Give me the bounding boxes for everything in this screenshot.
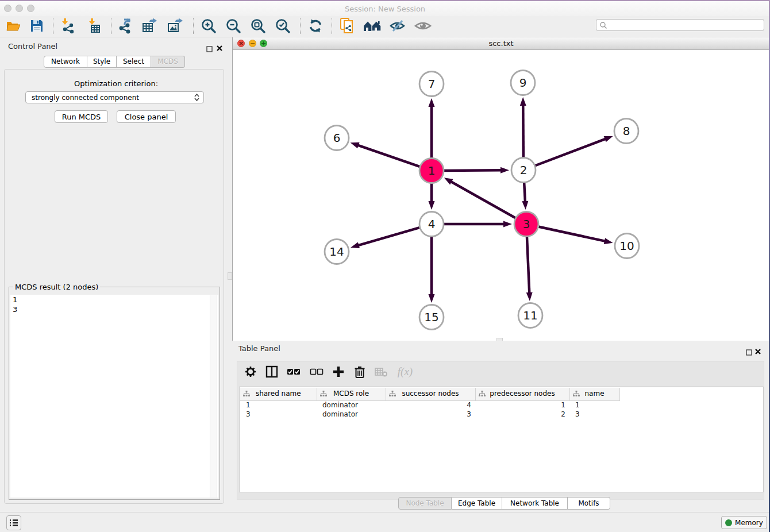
fx-label: f(x) [398,365,413,378]
table-settings-button[interactable] [242,363,259,380]
zoom-selected-button[interactable] [272,17,293,34]
import-table-button[interactable] [84,17,105,34]
save-session-button[interactable] [26,17,47,34]
edge-3-11[interactable] [527,235,530,294]
tab-network[interactable]: Network [44,56,87,68]
task-history-button[interactable] [6,515,21,530]
table-row[interactable]: 3dominator323 [240,410,619,419]
graph-node-10[interactable]: 10 [615,234,639,259]
graph-node-2[interactable]: 2 [511,158,536,183]
edge-1-2[interactable] [442,170,502,171]
zoom-out-button[interactable] [223,17,244,34]
graph-node-8[interactable]: 8 [614,119,638,144]
search-icon [599,21,607,29]
apply-layout-button[interactable] [305,17,326,34]
edge-arrowhead [429,201,435,210]
edge-1-6[interactable] [357,145,421,167]
column-header-successor-nodes[interactable]: successor nodes [386,388,475,400]
status-bar: Memory [0,512,770,532]
edge-2-9[interactable] [523,104,523,159]
delete-table-button[interactable] [372,363,390,380]
optimization-criterion-select[interactable]: strongly connected component [25,91,204,103]
graph-node-3[interactable]: 3 [514,212,538,237]
svg-text:4: 4 [428,217,436,231]
eye-slash-icon [389,18,406,34]
table-tab-node-table[interactable]: Node Table [398,497,452,510]
export-table-button[interactable] [140,17,160,34]
column-header-shared-name[interactable]: shared name [240,388,317,400]
export-image-button[interactable] [165,17,186,34]
table-row[interactable]: 1dominator411 [240,400,619,410]
search-input[interactable] [596,19,764,31]
save-icon [29,18,45,34]
tab-mcds[interactable]: MCDS [151,56,185,68]
network-canvas[interactable]: 7968124314101511 [233,50,769,341]
table-tab-motifs[interactable]: Motifs [568,497,610,510]
table-tab-network-table[interactable]: Network Table [502,497,568,510]
table-panel-close-button[interactable] [754,346,761,357]
graph-node-4[interactable]: 4 [419,212,444,237]
tab-style[interactable]: Style [87,56,117,68]
edge-2-8[interactable] [534,138,607,166]
gear-icon [244,365,257,378]
home-button[interactable] [362,17,383,34]
edge-2-3[interactable] [524,181,525,203]
column-header-name[interactable]: name [569,388,619,400]
column-header-MCDS-role[interactable]: MCDS role [317,388,386,400]
svg-text:7: 7 [428,77,436,91]
network-window-title: scc.txt [233,39,769,48]
function-builder-button[interactable]: f(x) [394,363,417,380]
memory-button[interactable]: Memory [721,516,767,529]
edge-arrowhead [503,221,512,228]
graph-node-7[interactable]: 7 [419,72,444,97]
export-table-icon [141,18,159,34]
svg-text:6: 6 [333,131,341,145]
table-panel-tabs: Node TableEdge TableNetwork TableMotifs [398,497,610,510]
control-panel-float-button[interactable] [206,44,213,55]
import-table-icon [86,18,103,34]
create-column-button[interactable] [330,363,347,380]
table-panel-float-button[interactable] [746,347,752,358]
edge-3-10[interactable] [537,226,606,241]
open-session-button[interactable] [3,17,24,34]
control-panel: Control Panel NetworkStyleSelectMCDS Opt… [0,37,232,512]
graph-node-1[interactable]: 1 [419,159,444,183]
unchecked-boxes-icon [310,365,324,378]
graph-node-14[interactable]: 14 [325,240,349,264]
close-panel-button[interactable]: Close panel [117,110,176,123]
column-header-predecessor-nodes[interactable]: predecessor nodes [475,388,569,400]
table-tab-edge-table[interactable]: Edge Table [452,497,502,510]
eye-icon [414,18,432,34]
zoom-in-button[interactable] [198,17,219,34]
tab-select[interactable]: Select [117,56,151,68]
unselect-all-columns-button[interactable] [308,363,325,380]
edge-arrowhead [351,142,360,148]
edge-3-1[interactable] [450,181,517,219]
edge-arrowhead [520,97,526,106]
clone-network-button[interactable] [337,17,358,34]
delete-table-icon [374,365,388,378]
show-eye-button[interactable] [413,17,433,34]
mcds-result-scrollbar[interactable] [210,295,217,498]
trash-icon [353,365,366,378]
zoom-out-icon [225,17,242,34]
mcds-result-text[interactable]: 1 3 [10,295,218,498]
zoom-fit-button[interactable] [248,17,268,34]
show-column-button[interactable] [263,363,280,380]
graph-node-15[interactable]: 15 [419,305,444,330]
window-title: Session: New Session [0,5,770,13]
vertical-splitter-handle[interactable] [228,272,232,280]
new-network-button[interactable] [115,17,136,34]
delete-column-button[interactable] [351,363,368,380]
graph-node-6[interactable]: 6 [325,126,349,151]
graph-node-9[interactable]: 9 [511,71,535,95]
select-all-columns-button[interactable] [285,363,302,380]
graph-node-11[interactable]: 11 [518,303,542,328]
control-panel-close-button[interactable] [216,43,223,54]
edge-4-14[interactable] [357,227,421,245]
import-network-button[interactable] [57,17,78,34]
hide-glasses-button[interactable] [387,17,408,34]
run-mcds-button[interactable]: Run MCDS [55,110,108,123]
table-panel: Table Panel [232,341,770,512]
export-image-icon [167,18,184,34]
